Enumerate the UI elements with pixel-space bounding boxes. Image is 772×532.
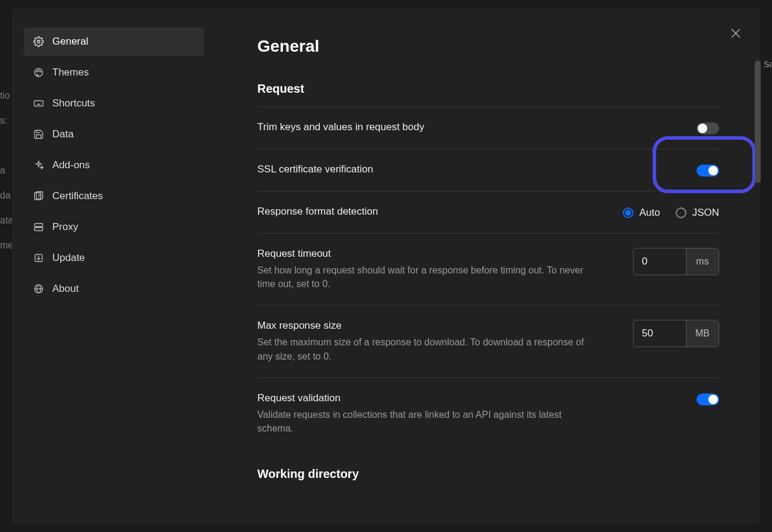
background-obscured-text-right: Sa — [764, 59, 772, 74]
setting-label: Trim keys and values in request body — [257, 121, 424, 133]
setting-max-response-size: Max response size Set the maximum size o… — [257, 305, 719, 377]
response-format-radio-group: Auto JSON — [623, 207, 719, 219]
section-heading-working-directory: Working directory — [257, 467, 719, 481]
setting-request-timeout: Request timeout Set how long a request s… — [257, 233, 719, 305]
svg-point-3 — [38, 70, 39, 71]
unit-label: ms — [686, 248, 719, 275]
radio-label: Auto — [639, 207, 660, 219]
sidebar-item-proxy[interactable]: Proxy — [24, 213, 204, 241]
toggle-knob — [698, 124, 707, 133]
certificate-icon — [33, 191, 44, 202]
toggle-knob — [708, 395, 718, 404]
sidebar-item-general[interactable]: General — [24, 27, 204, 56]
sidebar-item-label: Themes — [52, 67, 89, 78]
sidebar-item-label: General — [52, 36, 88, 48]
save-icon — [33, 129, 44, 140]
keyboard-icon — [33, 98, 44, 109]
radio-indicator — [623, 207, 634, 218]
unit-label: MB — [686, 320, 719, 347]
section-heading-request: Request — [257, 82, 719, 96]
sparkle-icon — [33, 160, 44, 171]
page-title: General — [257, 37, 719, 56]
sidebar-item-label: Data — [52, 128, 74, 140]
radio-option-auto[interactable]: Auto — [623, 207, 660, 219]
radio-option-json[interactable]: JSON — [676, 207, 719, 219]
max-response-size-field: MB — [633, 320, 719, 347]
setting-label: Max response size — [257, 320, 590, 332]
palette-icon — [33, 67, 44, 78]
settings-modal: General Themes Shortcuts Data Add-ons — [12, 8, 761, 524]
setting-label: Request validation — [257, 392, 590, 404]
sidebar-item-themes[interactable]: Themes — [24, 58, 204, 87]
setting-description: Set how long a request should wait for a… — [257, 263, 590, 291]
request-timeout-input[interactable] — [634, 248, 686, 275]
svg-point-4 — [40, 71, 41, 73]
setting-ssl-verification: SSL certificate verification — [257, 149, 719, 191]
sidebar-item-label: Update — [52, 252, 85, 264]
sidebar-item-label: About — [52, 283, 78, 295]
ssl-verification-toggle[interactable] — [697, 165, 719, 177]
setting-description: Validate requests in collections that ar… — [257, 408, 590, 435]
request-validation-toggle[interactable] — [697, 394, 719, 405]
setting-request-validation: Request validation Validate requests in … — [257, 377, 719, 449]
radio-label: JSON — [692, 207, 719, 219]
sidebar-item-about[interactable]: About — [24, 275, 204, 303]
svg-rect-15 — [34, 223, 43, 226]
setting-trim-keys: Trim keys and values in request body — [257, 106, 719, 149]
setting-label: Request timeout — [257, 248, 590, 260]
sidebar-item-update[interactable]: Update — [24, 244, 204, 272]
trim-keys-toggle[interactable] — [697, 122, 719, 134]
sidebar-item-label: Certificates — [52, 190, 103, 202]
max-response-size-input[interactable] — [634, 320, 686, 347]
sidebar-item-label: Shortcuts — [52, 97, 95, 109]
setting-label: Response format detection — [257, 206, 378, 218]
globe-icon — [33, 284, 44, 294]
sidebar-item-certificates[interactable]: Certificates — [24, 182, 204, 210]
setting-label: SSL certificate verification — [257, 163, 373, 175]
svg-point-0 — [37, 40, 40, 43]
download-icon — [33, 253, 44, 263]
toggle-knob — [708, 166, 718, 175]
sidebar-item-label: Add-ons — [52, 159, 90, 171]
settings-sidebar: General Themes Shortcuts Data Add-ons — [12, 8, 216, 524]
sidebar-item-data[interactable]: Data — [24, 120, 204, 149]
sidebar-item-addons[interactable]: Add-ons — [24, 151, 204, 180]
settings-content: General Request Trim keys and values in … — [216, 8, 761, 524]
server-icon — [33, 222, 44, 232]
close-button[interactable] — [729, 26, 743, 40]
scrollbar-thumb[interactable] — [755, 61, 761, 183]
sidebar-item-shortcuts[interactable]: Shortcuts — [24, 89, 204, 118]
setting-description: Set the maximum size of a response to do… — [257, 335, 590, 363]
radio-indicator — [676, 207, 686, 218]
sidebar-item-label: Proxy — [52, 221, 78, 233]
gear-icon — [33, 36, 44, 47]
close-icon — [729, 32, 743, 42]
request-timeout-field: ms — [633, 248, 719, 275]
setting-response-format: Response format detection Auto JSON — [257, 191, 719, 233]
svg-rect-5 — [34, 101, 43, 106]
svg-rect-16 — [34, 228, 43, 231]
svg-point-2 — [36, 71, 37, 73]
